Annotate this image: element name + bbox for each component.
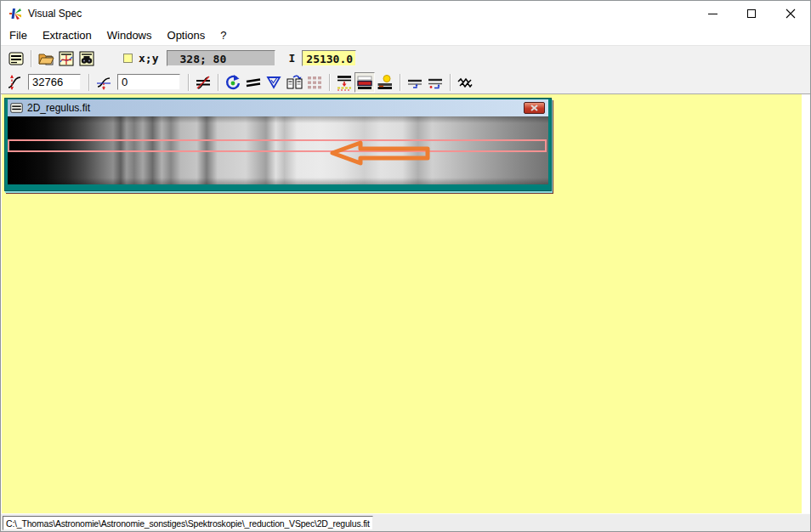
toolbar-separator [88, 74, 89, 91]
sky-subtract-icon [377, 74, 394, 91]
binoculars-icon [78, 50, 95, 67]
intensity-label: I [288, 52, 295, 65]
data-file-button[interactable] [6, 48, 26, 69]
shift-reference-button[interactable] [405, 72, 425, 93]
toolbar-separator [218, 74, 218, 91]
document-close-button[interactable] [524, 102, 545, 114]
sky-subtract-button[interactable] [375, 72, 395, 93]
close-button[interactable] [771, 1, 810, 26]
reset-cut-button[interactable] [193, 72, 213, 93]
xy-label: x;y [139, 52, 158, 65]
document-window[interactable]: 2D_regulus.fit [4, 98, 552, 191]
toolbar-separator [329, 74, 330, 91]
upper-cut-button[interactable] [4, 72, 25, 93]
slant-button[interactable] [264, 72, 284, 93]
open-folder-button[interactable] [36, 48, 56, 69]
toolbar-tools [1, 71, 810, 94]
toolbar-separator [31, 50, 31, 67]
menu-options[interactable]: Options [160, 27, 213, 45]
open-profile-button[interactable] [56, 48, 77, 69]
toolbar-top: x;y 328; 80 I 25130.0 [1, 45, 810, 71]
grid-button[interactable] [304, 72, 325, 93]
slant-icon [265, 74, 282, 91]
align-reference-button[interactable] [425, 72, 445, 93]
shift-reference-icon [406, 74, 423, 91]
document-close-icon [530, 105, 538, 111]
data-file-icon [8, 50, 25, 67]
visual-spec-window: { "window": { "title": "Visual Spec", "c… [0, 0, 811, 532]
intensity-value-field: 25130.0 [302, 50, 356, 66]
sync-windows-button[interactable] [284, 72, 304, 93]
toolbar-separator [400, 74, 400, 91]
titlebar[interactable]: Visual Spec [1, 1, 810, 26]
window-title: Visual Spec [28, 8, 82, 20]
menu-help[interactable]: ? [213, 27, 234, 45]
extract-profile-icon [336, 74, 353, 91]
menubar: File Extraction Windows Options ? [1, 26, 810, 45]
toolbar-separator [188, 74, 189, 91]
search-object-button[interactable] [77, 48, 97, 69]
tilt-icon [245, 74, 262, 91]
display-strip-button[interactable] [354, 72, 375, 93]
rotate-icon [224, 74, 241, 91]
menu-windows[interactable]: Windows [99, 27, 160, 45]
statusbar: C:\_Thomas\Astronomie\Astronomie_sonstig… [1, 513, 810, 531]
rotate-button[interactable] [223, 72, 243, 93]
xy-coordinates-field: 328; 80 [167, 50, 275, 66]
file-path-field: C:\_Thomas\Astronomie\Astronomie_sonstig… [3, 516, 373, 530]
maximize-button[interactable] [732, 1, 771, 26]
document-title: 2D_regulus.fit [27, 102, 524, 114]
open-profile-icon [58, 50, 75, 67]
document-icon [10, 103, 23, 113]
tilt-button[interactable] [243, 72, 264, 93]
smooth-button[interactable] [455, 72, 475, 93]
minimize-icon [708, 14, 717, 14]
document-titlebar[interactable]: 2D_regulus.fit [8, 99, 548, 116]
extract-profile-button[interactable] [334, 72, 354, 93]
lower-cut-button[interactable] [94, 72, 114, 93]
upper-threshold-input[interactable] [28, 74, 81, 90]
align-reference-icon [427, 74, 444, 91]
smooth-icon [457, 74, 474, 91]
sync-windows-icon [286, 74, 303, 91]
caption-buttons [693, 1, 810, 26]
spectrum-image[interactable] [8, 116, 548, 184]
lower-cut-icon [95, 74, 112, 91]
upper-cut-icon [6, 74, 23, 91]
xy-checkbox[interactable] [123, 54, 133, 63]
display-strip-icon [356, 74, 373, 91]
lower-threshold-input[interactable] [117, 74, 180, 90]
menu-extraction[interactable]: Extraction [35, 27, 99, 45]
minimize-button[interactable] [693, 1, 732, 26]
app-logo-icon [9, 7, 22, 20]
grid-icon [306, 74, 323, 91]
binning-selection-rect [8, 139, 547, 152]
close-icon [785, 8, 796, 19]
toolbar-separator [450, 74, 451, 91]
reset-cut-icon [195, 74, 212, 91]
maximize-icon [747, 9, 756, 18]
menu-file[interactable]: File [2, 27, 35, 45]
open-folder-icon [37, 50, 55, 67]
workspace: 2D_regulus.fit [2, 94, 802, 513]
